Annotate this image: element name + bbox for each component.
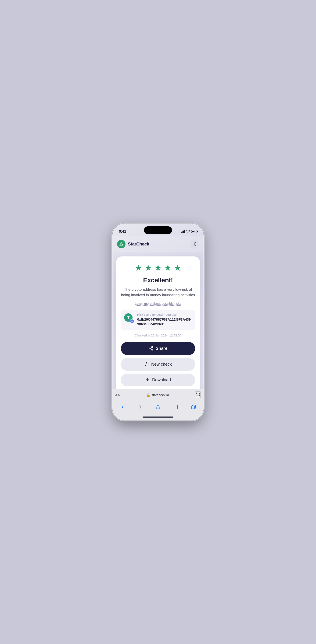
wifi-icon	[186, 230, 190, 233]
share-button[interactable]: Share	[121, 342, 195, 355]
brand-logo	[117, 240, 125, 248]
star-4: ★	[164, 263, 172, 273]
timestamp: Checked at 20 Jan 2024, 12:58:00	[121, 334, 195, 337]
phone-frame: 9:41	[112, 224, 204, 420]
svg-line-8	[150, 348, 152, 348]
address-label: Risk score for USDT address	[137, 313, 192, 316]
result-description: The crypto address has a very low risk o…	[121, 287, 195, 298]
svg-point-6	[151, 349, 153, 350]
login-button[interactable]	[190, 240, 199, 249]
app-content: 9:41	[112, 224, 204, 420]
address-info: Risk score for USDT address 0xfb29C44788…	[137, 313, 192, 327]
tabs-button[interactable]	[188, 403, 199, 411]
download-label: Download	[152, 378, 171, 382]
signal-icon	[181, 230, 185, 233]
star-5: ★	[174, 263, 181, 273]
share-label: Share	[156, 346, 167, 351]
star-1: ★	[135, 263, 142, 273]
forward-button[interactable]	[135, 403, 146, 411]
result-card: ★ ★ ★ ★ ★ Excellent! The crypto address …	[116, 256, 200, 389]
token-icon: ₮	[124, 313, 134, 324]
status-icons	[181, 230, 197, 233]
svg-line-7	[150, 348, 152, 349]
svg-point-4	[151, 346, 153, 348]
browser-aa[interactable]: AA	[115, 393, 120, 397]
bookmarks-button[interactable]	[170, 403, 181, 411]
bottom-nav	[112, 401, 204, 416]
eth-badge	[130, 319, 134, 324]
svg-rect-9	[192, 406, 195, 409]
status-time: 9:41	[119, 229, 126, 234]
svg-marker-2	[131, 320, 133, 321]
url-text: starcheck.io	[151, 393, 169, 397]
back-button[interactable]	[117, 403, 128, 411]
svg-marker-3	[131, 321, 133, 322]
reload-button[interactable]	[195, 392, 201, 398]
learn-more-link[interactable]: Learn more about possible risks	[121, 302, 195, 306]
main-scroll[interactable]: ★ ★ ★ ★ ★ Excellent! The crypto address …	[112, 252, 204, 389]
download-button[interactable]: Download	[121, 374, 195, 386]
home-indicator	[143, 416, 173, 418]
star-2: ★	[144, 263, 152, 273]
battery-icon	[191, 230, 197, 233]
brand: StarCheck	[117, 240, 149, 248]
dynamic-island	[144, 226, 172, 234]
new-check-button[interactable]: New check	[121, 358, 195, 371]
address-value: 0xfb29C447887F67A112f8F3A4399863e36c4b93…	[137, 317, 192, 327]
address-box: ₮ Risk score for USDT address 0xfb29C447…	[121, 310, 195, 330]
browser-bar: AA 🔒 starcheck.io	[112, 389, 204, 401]
stars-row: ★ ★ ★ ★ ★	[121, 263, 195, 273]
share-nav-button[interactable]	[153, 403, 163, 411]
star-3: ★	[154, 263, 162, 273]
browser-url[interactable]: 🔒 starcheck.io	[146, 393, 169, 397]
brand-name: StarCheck	[128, 242, 149, 247]
lock-icon: 🔒	[146, 393, 150, 397]
svg-point-5	[149, 348, 150, 349]
new-check-label: New check	[151, 362, 172, 367]
home-indicator-container	[112, 416, 204, 420]
top-nav: StarCheck	[112, 236, 204, 252]
result-title: Excellent!	[121, 276, 195, 284]
